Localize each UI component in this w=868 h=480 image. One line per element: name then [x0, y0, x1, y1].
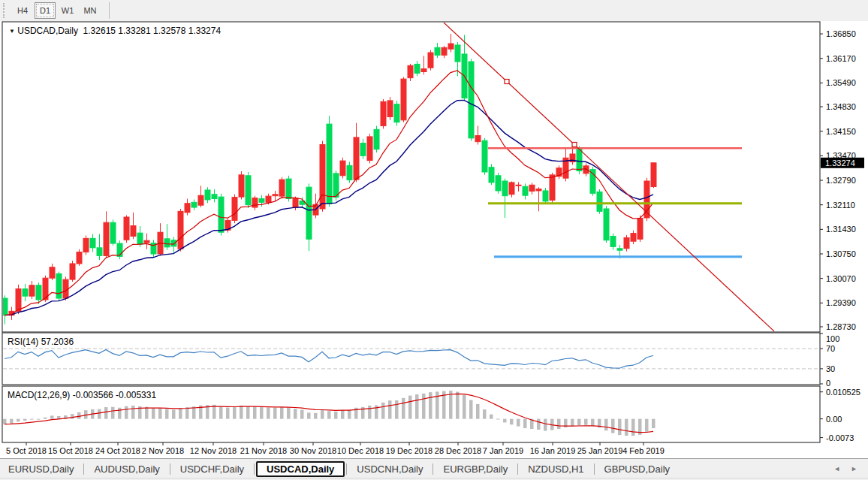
tab-separator: [170, 463, 170, 475]
svg-text:1.35490: 1.35490: [826, 78, 856, 87]
timeframe-button-d1[interactable]: D1: [35, 2, 56, 19]
trendline-handle[interactable]: [505, 80, 509, 84]
svg-text:1.30750: 1.30750: [826, 249, 856, 258]
macd-label: MACD(12,26,9) -0.003566 -0.005331: [8, 390, 156, 400]
dropdown-arrow-icon: ▼: [9, 28, 15, 35]
svg-text:19 Dec 2018: 19 Dec 2018: [386, 446, 432, 455]
rsi-label: RSI(14) 57.2036: [8, 337, 74, 347]
macd-axis: 0.0105250.00-0.0073: [820, 388, 860, 442]
mt4-window: H4D1W1MN 1.368501.361701.354901.348301.3…: [0, 0, 868, 480]
svg-text:2 Nov 2018: 2 Nov 2018: [142, 446, 184, 455]
svg-text:30: 30: [826, 364, 835, 373]
svg-text:5 Oct 2018: 5 Oct 2018: [6, 446, 47, 455]
svg-text:1.33274: 1.33274: [825, 158, 855, 168]
svg-text:21 Nov 2018: 21 Nov 2018: [240, 446, 287, 455]
chart-symbol-label: ▼ USDCAD,Daily 1.32615 1.33281 1.32578 1…: [9, 26, 221, 36]
tab-usdcnh-daily[interactable]: USDCNH,Daily: [348, 462, 431, 476]
rsi-panel[interactable]: [2, 333, 820, 385]
tab-eurusd-daily[interactable]: EURUSD,Daily: [0, 462, 82, 476]
svg-text:15 Oct 2018: 15 Oct 2018: [48, 446, 93, 455]
svg-text:1.31430: 1.31430: [826, 225, 856, 234]
svg-text:4 Feb 2019: 4 Feb 2019: [622, 446, 665, 455]
svg-text:10 Dec 2018: 10 Dec 2018: [337, 446, 384, 455]
timeframe-button-h4[interactable]: H4: [12, 2, 33, 19]
svg-text:12 Nov 2018: 12 Nov 2018: [190, 446, 237, 455]
timeframe-toolbar: H4D1W1MN: [0, 0, 868, 22]
svg-text:0.010525: 0.010525: [826, 388, 860, 397]
tab-separator: [517, 463, 518, 475]
tab-eurgbp-daily[interactable]: EURGBP,Daily: [435, 462, 516, 476]
svg-text:1.29390: 1.29390: [826, 298, 856, 307]
svg-text:70: 70: [826, 344, 835, 353]
svg-text:16 Jan 2019: 16 Jan 2019: [530, 446, 576, 455]
tab-separator: [594, 463, 595, 475]
svg-text:28 Dec 2018: 28 Dec 2018: [435, 446, 481, 455]
svg-text:1.36170: 1.36170: [826, 54, 856, 63]
svg-text:0: 0: [826, 379, 830, 388]
svg-text:1.30070: 1.30070: [826, 274, 856, 283]
svg-text:1.32790: 1.32790: [826, 176, 856, 185]
svg-text:-0.0073: -0.0073: [826, 433, 854, 442]
tab-gbpusd-daily[interactable]: GBPUSD,Daily: [596, 462, 678, 476]
tab-scroll-controls: ◄ ►: [833, 465, 857, 472]
svg-text:7 Jan 2019: 7 Jan 2019: [483, 446, 523, 455]
timeframe-button-w1[interactable]: W1: [57, 2, 78, 19]
svg-text:30 Nov 2018: 30 Nov 2018: [290, 446, 336, 455]
tab-separator: [83, 463, 84, 475]
tab-nzdusd-h1[interactable]: NZDUSD,H1: [520, 462, 592, 476]
date-axis: 5 Oct 201815 Oct 201824 Oct 20182 Nov 20…: [6, 442, 665, 455]
svg-text:0.00: 0.00: [826, 415, 842, 424]
tab-separator: [432, 463, 433, 475]
current-price-badge: 1.33274: [821, 158, 864, 168]
svg-text:1.34150: 1.34150: [826, 127, 856, 136]
tab-scroll-left-icon[interactable]: ◄: [833, 465, 840, 472]
toolbar-separator: [109, 2, 110, 19]
svg-text:1.32110: 1.32110: [826, 201, 855, 210]
tab-scroll-right-icon[interactable]: ►: [851, 465, 857, 472]
tab-audusd-daily[interactable]: AUDUSD,Daily: [86, 462, 167, 476]
trendline-handle[interactable]: [572, 143, 577, 147]
svg-text:25 Jan 2019: 25 Jan 2019: [577, 446, 623, 455]
symbol-tab-bar: EURUSD,DailyAUDUSD,DailyUSDCHF,DailyUSDC…: [0, 458, 868, 478]
tab-separator: [254, 463, 255, 475]
svg-text:24 Oct 2018: 24 Oct 2018: [95, 446, 140, 455]
svg-text:1.34830: 1.34830: [826, 102, 856, 111]
chart-window[interactable]: 1.368501.361701.354901.348301.341501.334…: [0, 21, 868, 458]
timeframe-button-mn[interactable]: MN: [80, 2, 101, 19]
price-axis: 1.368501.361701.354901.348301.341501.334…: [820, 29, 856, 331]
tab-usdchf-daily[interactable]: USDCHF,Daily: [172, 462, 252, 476]
toolbar-grip-icon[interactable]: [3, 3, 7, 18]
tab-usdcad-daily[interactable]: USDCAD,Daily: [256, 461, 345, 477]
symbol-ohlc-text: USDCAD,Daily 1.32615 1.33281 1.32578 1.3…: [17, 26, 221, 36]
tab-separator: [346, 463, 347, 475]
rsi-axis: 10070300: [820, 334, 839, 388]
svg-text:1.36850: 1.36850: [826, 29, 856, 38]
svg-text:1.28730: 1.28730: [826, 322, 856, 331]
svg-text:100: 100: [826, 334, 839, 343]
